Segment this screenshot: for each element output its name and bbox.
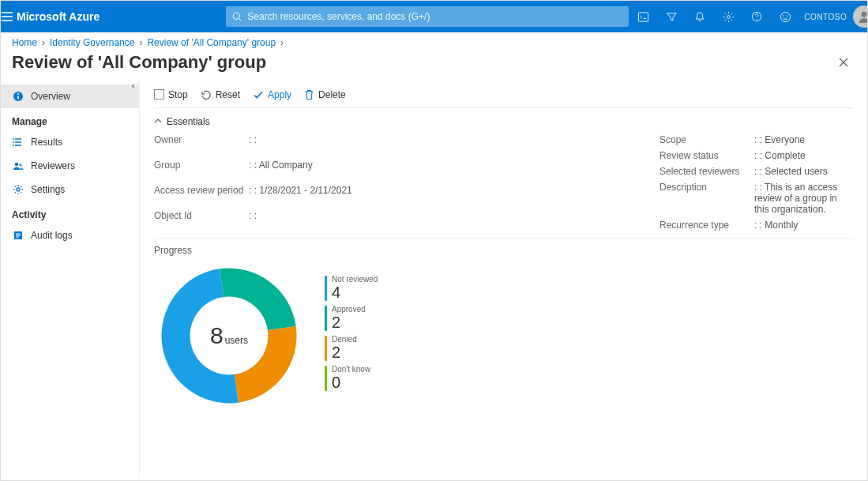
- legend-color-swatch: [325, 366, 327, 391]
- account-avatar[interactable]: [853, 6, 868, 28]
- progress-legend: Not reviewed4 Approved2 Denied2 Don't kn…: [325, 276, 378, 396]
- breadcrumb-identity-governance[interactable]: Identity Governance: [50, 37, 134, 48]
- svg-rect-2: [638, 12, 648, 21]
- recurrence-label: Recurrence type: [659, 217, 754, 233]
- legend-color-swatch: [325, 276, 327, 301]
- topbar-icons: CONTOSO: [629, 1, 868, 32]
- settings-button[interactable]: [714, 1, 742, 32]
- delete-button[interactable]: Delete: [304, 89, 346, 100]
- selreviewers-value: : Selected users: [754, 163, 853, 179]
- nav-section-activity: Activity: [1, 201, 139, 224]
- page-title: Review of 'All Company' group: [12, 52, 831, 73]
- svg-point-6: [783, 15, 784, 17]
- notifications-button[interactable]: [686, 1, 714, 32]
- reset-button[interactable]: Reset: [201, 89, 240, 100]
- svg-point-13: [13, 141, 14, 143]
- breadcrumb-home[interactable]: Home: [12, 37, 37, 48]
- search-icon: [232, 12, 242, 22]
- progress-donut-chart: 8 users: [154, 261, 304, 411]
- breadcrumb-review[interactable]: Review of 'All Company' group: [147, 37, 276, 48]
- legend-color-swatch: [325, 336, 327, 361]
- description-value: : This is an access review of a group in…: [754, 179, 853, 217]
- chevron-right-icon: ›: [139, 37, 142, 48]
- svg-point-3: [727, 15, 730, 18]
- cloud-shell-button[interactable]: [629, 1, 657, 32]
- list-icon: [12, 136, 24, 148]
- group-label: Group: [154, 157, 249, 182]
- owner-value: :: [249, 132, 659, 157]
- description-label: Description: [659, 179, 754, 217]
- apply-button[interactable]: Apply: [253, 89, 291, 100]
- essentials-toggle[interactable]: Essentials: [154, 116, 853, 127]
- legend-approved: Approved2: [325, 306, 378, 331]
- global-search[interactable]: [226, 6, 629, 27]
- nav-audit-logs[interactable]: Audit logs: [1, 224, 139, 247]
- essentials-panel: Essentials Owner : Group : All Company A…: [154, 113, 853, 233]
- legend-dont-know: Don't know0: [325, 366, 378, 391]
- svg-point-11: [17, 93, 19, 95]
- trash-icon: [304, 89, 314, 100]
- svg-point-15: [15, 163, 18, 166]
- help-button[interactable]: [742, 1, 771, 32]
- status-label: Review status: [659, 148, 754, 163]
- legend-color-swatch: [325, 306, 327, 331]
- nav-reviewers-label: Reviewers: [31, 160, 75, 171]
- checkmark-icon: [253, 89, 264, 100]
- chevron-right-icon: ›: [280, 37, 284, 48]
- page-header: Review of 'All Company' group: [1, 48, 867, 81]
- stop-button[interactable]: Stop: [154, 89, 188, 100]
- nav-overview-label: Overview: [31, 91, 70, 102]
- status-value: : Complete: [754, 148, 853, 163]
- directory-filter-button[interactable]: [657, 1, 686, 32]
- nav-results-label: Results: [31, 137, 62, 148]
- nav-results[interactable]: Results: [1, 130, 139, 154]
- progress-heading: Progress: [154, 245, 853, 256]
- svg-point-5: [780, 12, 790, 21]
- svg-line-1: [239, 18, 242, 21]
- stop-icon: [154, 89, 164, 100]
- chevron-down-icon: [154, 118, 162, 126]
- nav-settings-label: Settings: [31, 184, 65, 195]
- feedback-button[interactable]: [771, 1, 799, 32]
- svg-rect-10: [17, 96, 19, 100]
- svg-point-0: [234, 13, 240, 19]
- azure-topbar: Microsoft Azure CONTOSO: [1, 1, 867, 32]
- brand-label: Microsoft Azure: [13, 10, 115, 23]
- collapse-menu-button[interactable]: «: [132, 81, 135, 90]
- nav-section-manage: Manage: [1, 108, 139, 130]
- tenant-label: CONTOSO: [804, 13, 847, 21]
- donut-center-label: 8 users: [154, 261, 304, 411]
- resource-menu: « Overview Manage Results Reviewers Sett…: [1, 81, 140, 479]
- close-blade-button[interactable]: [831, 50, 856, 75]
- svg-point-12: [13, 138, 14, 140]
- audit-log-icon: [12, 229, 24, 242]
- command-bar: Stop Reset Apply Delete: [154, 81, 853, 108]
- objectid-value: :: [249, 208, 659, 233]
- owner-label: Owner: [154, 132, 249, 157]
- svg-point-16: [19, 163, 22, 167]
- nav-settings[interactable]: Settings: [1, 178, 139, 201]
- nav-audit-logs-label: Audit logs: [31, 230, 73, 241]
- scope-value: : Everyone: [754, 132, 853, 148]
- nav-overview[interactable]: Overview: [1, 85, 139, 108]
- nav-reviewers[interactable]: Reviewers: [1, 154, 139, 178]
- gear-icon: [12, 183, 24, 196]
- svg-point-14: [13, 145, 14, 146]
- chevron-right-icon: ›: [42, 37, 45, 48]
- progress-section: Progress 8: [154, 245, 853, 411]
- info-icon: [12, 90, 24, 103]
- period-value: : 1/28/2021 - 2/11/2021: [249, 182, 659, 208]
- hamburger-menu-button[interactable]: [1, 10, 13, 23]
- people-icon: [12, 160, 24, 172]
- breadcrumb: Home › Identity Governance › Review of '…: [1, 32, 867, 48]
- main-content: Stop Reset Apply Delete Essentials: [140, 81, 867, 479]
- scope-label: Scope: [659, 132, 754, 148]
- global-search-input[interactable]: [247, 11, 622, 22]
- legend-denied: Denied2: [325, 336, 378, 361]
- svg-point-17: [17, 188, 20, 191]
- svg-point-7: [787, 15, 788, 17]
- recurrence-value: : Monthly: [754, 217, 853, 233]
- group-value: : All Company: [249, 157, 659, 182]
- objectid-label: Object Id: [154, 208, 249, 233]
- period-label: Access review period: [154, 182, 249, 208]
